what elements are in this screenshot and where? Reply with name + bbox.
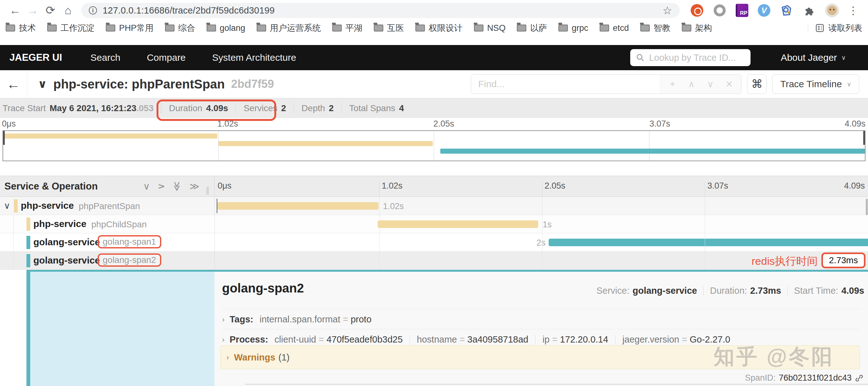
tag-key: internal.span.format	[259, 314, 340, 325]
span-operation-name: phpParentSpan	[79, 201, 140, 211]
column-resizer-grip[interactable]: ∥	[206, 186, 210, 196]
tick-label: 1.02s	[217, 119, 238, 129]
back-to-search-button[interactable]: ←	[0, 70, 27, 98]
bookmark-folder[interactable]: 智教	[640, 22, 671, 34]
minimap-span-golang-span1	[440, 149, 865, 154]
folder-icon	[517, 25, 526, 31]
extensions-row: RP V	[690, 3, 839, 17]
collapse-children-chevron-icon[interactable]: ∨	[4, 200, 10, 211]
prev-match-icon[interactable]: ∧	[683, 79, 700, 89]
extension-icon-tool[interactable]	[780, 4, 793, 17]
browser-toolbar: ← → ⟳ ⌂ i 127.0.0.1:16686/trace/2bd7f59d…	[0, 0, 868, 21]
bookmark-folder[interactable]: etcd	[600, 23, 629, 33]
tickline	[542, 181, 542, 196]
trace-start: Trace Start May 6 2021, 16:21:23.053	[2, 103, 153, 114]
find-input[interactable]	[471, 75, 660, 94]
nav-item-compare[interactable]: Compare	[147, 52, 186, 63]
expand-all-icon[interactable]: ≫	[190, 182, 199, 191]
extension-icon-orange[interactable]	[690, 4, 704, 17]
folder-icon	[106, 25, 115, 31]
collapse-trace-chevron-icon[interactable]: ∨	[38, 77, 47, 91]
span-bar-golang-span1[interactable]	[549, 239, 868, 246]
bookmark-folder[interactable]: PHP常用	[106, 22, 154, 34]
trace-view-selector[interactable]: Trace Timeline ∨	[772, 74, 859, 94]
span-operation-name-annotated: golang-span2	[98, 253, 161, 267]
duration-label: Duration	[169, 103, 202, 114]
selected-span-color-strip	[27, 270, 30, 386]
jaeger-brand[interactable]: JAEGER UI	[9, 52, 62, 63]
span-service-name: golang-service	[33, 255, 100, 266]
bookmark-folder[interactable]: 以萨	[517, 22, 547, 34]
span-row-golang-span1[interactable]: golang-service golang-span1 2s	[0, 233, 868, 252]
about-jaeger-menu[interactable]: About Jaeger ∨	[781, 52, 846, 63]
site-info-icon[interactable]: i	[89, 6, 97, 14]
keyboard-shortcuts-button[interactable]: ⌘	[747, 74, 767, 94]
bookmark-label: 架构	[695, 22, 712, 34]
span-bar-phpChildSpan[interactable]	[378, 220, 538, 228]
trace-id-input[interactable]	[649, 53, 740, 63]
folder-icon	[165, 25, 175, 31]
bookmark-star-icon[interactable]: ☆	[663, 4, 672, 17]
tick-label: 1.02s	[382, 181, 403, 191]
minimap-gridline	[649, 131, 649, 161]
tags-label: Tags:	[229, 314, 253, 325]
span-row-phpParentSpan[interactable]: ∨ php-service phpParentSpan 1.02s	[0, 197, 868, 215]
tick-label: 2.05s	[433, 119, 454, 129]
bookmark-folder[interactable]: golang	[207, 23, 245, 33]
bookmark-folder[interactable]: 权限设计	[415, 22, 463, 34]
bookmark-folder[interactable]: 互医	[374, 22, 404, 34]
total-spans-value: 4	[399, 103, 404, 114]
nav-item-system-architecture[interactable]: System Architecture	[212, 52, 297, 63]
reading-list-button[interactable]: 读取列表	[815, 22, 862, 34]
collapse-all-icon[interactable]: ≫	[172, 181, 182, 191]
trace-start-value: May 6 2021, 16:21:23	[50, 103, 136, 114]
extension-icon-rp[interactable]: RP	[736, 4, 748, 17]
span-row-golang-span2[interactable]: golang-service golang-span2 redis执行时间 2.…	[0, 252, 868, 270]
span-id-row: SpanID: 76b02131f021dc43	[745, 373, 864, 383]
address-bar[interactable]: i 127.0.0.1:16686/trace/2bd7f59dc6d30199…	[81, 3, 680, 18]
bookmark-folder[interactable]: NSQ	[474, 23, 506, 33]
extension-icon-ring[interactable]	[713, 4, 726, 17]
trace-minimap[interactable]	[2, 130, 866, 161]
bookmark-folder[interactable]: grpc	[558, 23, 588, 33]
extension-icon-v[interactable]: V	[758, 4, 770, 17]
puzzle-icon[interactable]	[803, 4, 816, 17]
minimap-left-handle[interactable]	[3, 131, 5, 145]
span-row-phpChildSpan[interactable]: php-service phpChildSpan 1s	[0, 215, 868, 233]
bookmark-folder[interactable]: 平湖	[332, 22, 363, 34]
span-service-name: golang-service	[33, 237, 100, 248]
span-duration-label: 1s	[542, 220, 552, 229]
collapse-one-icon[interactable]: ∨	[143, 182, 150, 191]
clear-find-icon[interactable]: ✕	[721, 79, 737, 89]
services-label: Services	[244, 103, 277, 114]
minimap-gridline	[434, 131, 434, 161]
tick-label: 0μs	[218, 181, 231, 191]
url-text[interactable]: 127.0.0.1:16686/trace/2bd7f59dc6d30199	[103, 5, 275, 16]
span-bar-phpParentSpan[interactable]	[217, 202, 378, 210]
bookmark-folder[interactable]: 技术	[6, 22, 36, 34]
tags-accordion[interactable]: › Tags: internal.span.format = proto	[222, 309, 860, 325]
expand-one-icon[interactable]: ∨	[156, 183, 166, 190]
bookmark-folder[interactable]: 综合	[165, 22, 195, 34]
minimap-right-handle[interactable]	[863, 131, 865, 145]
nav-item-search[interactable]: Search	[90, 52, 120, 63]
reload-icon[interactable]: ⟳	[41, 4, 59, 17]
trace-title: php-service: phpParentSpan	[53, 77, 225, 91]
browser-menu-icon[interactable]: ⋮	[848, 4, 859, 17]
trace-start-label: Trace Start	[2, 103, 46, 114]
link-icon[interactable]	[855, 374, 864, 383]
next-match-icon[interactable]: ∨	[702, 79, 718, 89]
bookmark-folder[interactable]: 架构	[682, 22, 712, 34]
home-icon[interactable]: ⌂	[59, 4, 77, 17]
bookmark-folder[interactable]: 工作沉淀	[47, 22, 94, 34]
focus-match-icon[interactable]: ⌖	[664, 79, 681, 89]
bookmark-folder[interactable]: 用户运营系统	[257, 22, 321, 34]
profile-avatar[interactable]	[825, 3, 839, 17]
back-icon[interactable]: ←	[6, 4, 24, 17]
process-key: jaeger.version	[622, 334, 679, 345]
forward-icon[interactable]: →	[24, 4, 41, 17]
trace-id-lookup[interactable]	[630, 49, 750, 66]
screen: ← → ⟳ ⌂ i 127.0.0.1:16686/trace/2bd7f59d…	[0, 0, 868, 386]
bookmark-label: PHP常用	[119, 22, 154, 34]
span-id-label: SpanID:	[745, 373, 776, 383]
